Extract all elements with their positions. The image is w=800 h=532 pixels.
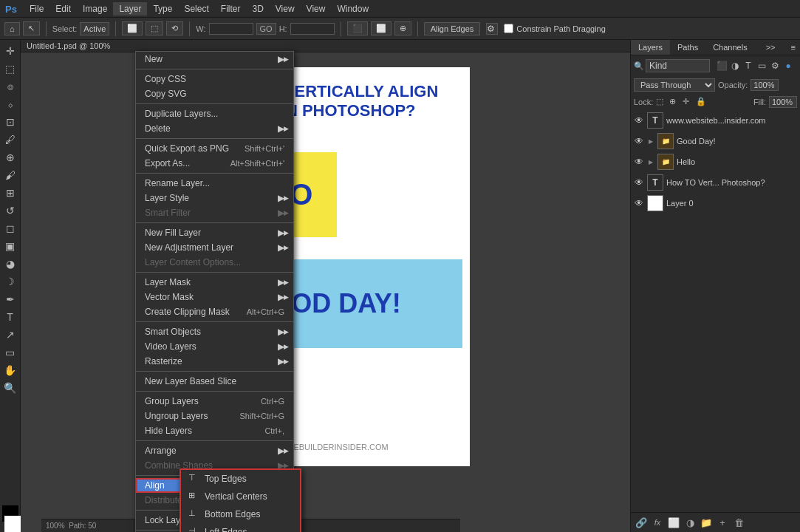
layer-expand-arrow[interactable]: ▶ xyxy=(647,158,654,166)
link-icon[interactable]: 🔗 xyxy=(634,515,649,530)
adjustment-icon[interactable]: ◑ xyxy=(683,515,697,530)
menu-layer[interactable]: Layer xyxy=(113,2,147,16)
align-left-edges[interactable]: ⊣ Left Edges xyxy=(181,523,300,532)
layer-item[interactable]: 👁 Layer 0 xyxy=(631,193,800,214)
menu-hide-layers[interactable]: Hide LayersCtrl+, xyxy=(136,423,293,438)
menu-type[interactable]: Type xyxy=(147,2,178,16)
hand-tool[interactable]: ✋ xyxy=(2,362,18,378)
select-dropdown[interactable]: Active xyxy=(80,22,109,35)
menu-video-layers[interactable]: Video Layers▶ xyxy=(136,339,293,354)
w-input[interactable] xyxy=(209,23,253,35)
transform-btn3[interactable]: ⟲ xyxy=(166,21,183,35)
menu-smart-objects[interactable]: Smart Objects▶ xyxy=(136,324,293,339)
lasso-tool[interactable]: ⌾ xyxy=(2,78,18,95)
menu-layer-mask[interactable]: Layer Mask▶ xyxy=(136,275,293,290)
brush-tool[interactable]: 🖌 xyxy=(2,167,18,183)
path-tool[interactable]: ↗ xyxy=(2,327,18,343)
new-layer-icon[interactable]: + xyxy=(715,515,730,530)
lock-icon4[interactable]: 🔒 xyxy=(696,97,706,107)
menu-window[interactable]: View xyxy=(301,2,332,16)
lock-icon1[interactable]: ⬚ xyxy=(656,97,666,107)
group-icon[interactable]: 📁 xyxy=(699,515,714,530)
menu-view[interactable]: View xyxy=(270,2,301,16)
menu-delete[interactable]: Delete▶ xyxy=(136,121,293,136)
opacity-input[interactable] xyxy=(751,79,779,91)
zoom-tool[interactable]: 🔍 xyxy=(2,380,18,396)
bg-color[interactable] xyxy=(4,516,21,532)
menu-rasterize[interactable]: Rasterize▶ xyxy=(136,354,293,369)
layer-item[interactable]: 👁 T www.websiteb...insider.com xyxy=(631,110,800,131)
align-bottom-edges[interactable]: ⊥ Bottom Edges xyxy=(181,505,300,523)
text-tool[interactable]: T xyxy=(2,309,18,325)
filter-adjust[interactable]: ◑ xyxy=(729,60,741,72)
layer-item[interactable]: 👁 ▶ 📁 Good Day! xyxy=(631,131,800,151)
tab-channels[interactable]: Channels xyxy=(705,40,754,55)
align-edges-button[interactable]: Align Edges xyxy=(424,22,481,35)
lock-icon3[interactable]: ✛ xyxy=(683,97,693,107)
mode-btn2[interactable]: ⬜ xyxy=(371,21,392,35)
menu-ungroup[interactable]: Ungroup LayersShift+Ctrl+G xyxy=(136,409,293,423)
gear-button[interactable]: ⚙ xyxy=(486,23,498,35)
dodge-tool[interactable]: ☽ xyxy=(2,273,18,290)
stamp-tool[interactable]: ⊞ xyxy=(2,185,18,201)
fx-icon[interactable]: fx xyxy=(650,515,665,530)
shape-tool[interactable]: ▭ xyxy=(2,344,18,361)
home-button[interactable]: ⌂ xyxy=(4,22,20,35)
layer-expand-arrow[interactable]: ▶ xyxy=(647,137,654,145)
pen-tool[interactable]: ✒ xyxy=(2,291,18,307)
panel-options-button[interactable]: ≡ xyxy=(787,41,800,53)
fill-input[interactable] xyxy=(769,96,797,108)
mode-btn3[interactable]: ⊕ xyxy=(394,21,411,35)
menu-group-layers[interactable]: Group LayersCtrl+G xyxy=(136,394,293,409)
move-tool[interactable]: ✛ xyxy=(2,43,18,59)
panel-expand-button[interactable]: >> xyxy=(762,41,780,53)
menu-filter[interactable]: Filter xyxy=(215,2,247,16)
history-brush[interactable]: ↺ xyxy=(2,202,18,219)
layer-visibility-toggle[interactable]: 👁 xyxy=(634,157,644,167)
mask-icon[interactable]: ⬜ xyxy=(666,515,681,530)
delete-layer-icon[interactable]: 🗑 xyxy=(731,515,746,530)
menu-help[interactable]: Window xyxy=(331,2,375,16)
menu-copy-css[interactable]: Copy CSS xyxy=(136,72,293,86)
menu-vector-mask[interactable]: Vector Mask▶ xyxy=(136,290,293,304)
quick-select-tool[interactable]: ⬦ xyxy=(2,96,18,112)
menu-rename[interactable]: Rename Layer... xyxy=(136,176,293,191)
filter-shape[interactable]: ▭ xyxy=(756,60,767,72)
blend-mode-select[interactable]: Pass Through xyxy=(634,78,715,92)
lock-icon2[interactable]: ⊕ xyxy=(669,97,680,107)
menu-copy-svg[interactable]: Copy SVG xyxy=(136,86,293,101)
menu-new[interactable]: New▶ xyxy=(136,52,293,66)
filter-pixel[interactable]: ⬛ xyxy=(716,60,728,72)
align-top-edges[interactable]: ⊤ Top Edges xyxy=(181,470,300,488)
filter-text[interactable]: T xyxy=(742,60,754,72)
menu-export-as[interactable]: Export As...Alt+Shift+Ctrl+' xyxy=(136,156,293,171)
constrain-checkbox[interactable] xyxy=(504,24,513,33)
filter-toggle[interactable]: ● xyxy=(782,60,794,72)
tab-paths[interactable]: Paths xyxy=(670,40,705,55)
menu-file[interactable]: File xyxy=(24,2,49,16)
layer-item[interactable]: 👁 T How TO Vert... Photoshop? xyxy=(631,172,800,193)
layer-visibility-toggle[interactable]: 👁 xyxy=(634,136,644,146)
layer-visibility-toggle[interactable]: 👁 xyxy=(634,115,644,126)
constrain-check[interactable]: Constrain Path Dragging xyxy=(504,24,605,33)
layer-visibility-toggle[interactable]: 👁 xyxy=(634,198,644,208)
h-input[interactable] xyxy=(290,23,335,35)
select-rect-tool[interactable]: ⬚ xyxy=(2,61,18,77)
menu-select[interactable]: Select xyxy=(178,2,214,16)
menu-arrange[interactable]: Arrange▶ xyxy=(136,443,293,458)
eraser-tool[interactable]: ◻ xyxy=(2,220,18,236)
tab-layers[interactable]: Layers xyxy=(631,40,670,55)
menu-new-slice[interactable]: New Layer Based Slice xyxy=(136,374,293,389)
menu-edit[interactable]: Edit xyxy=(49,2,77,16)
layer-visibility-toggle[interactable]: 👁 xyxy=(634,177,644,188)
search-inner[interactable]: Kind xyxy=(646,59,710,72)
canvas-content[interactable]: HOW TO VERTICALLY ALIGN TEXT IN PHOTOSHO… xyxy=(21,52,630,530)
menu-image[interactable]: Image xyxy=(77,2,113,16)
menu-clipping-mask[interactable]: Create Clipping MaskAlt+Ctrl+G xyxy=(136,304,293,319)
arrow-tool[interactable]: ↖ xyxy=(23,21,40,35)
crop-tool[interactable]: ⊡ xyxy=(2,114,18,130)
mode-btn1[interactable]: ⬛ xyxy=(347,21,368,35)
heal-tool[interactable]: ⊕ xyxy=(2,149,18,166)
filter-smart[interactable]: ⚙ xyxy=(769,60,781,72)
menu-quick-export[interactable]: Quick Export as PNGShift+Ctrl+' xyxy=(136,141,293,156)
